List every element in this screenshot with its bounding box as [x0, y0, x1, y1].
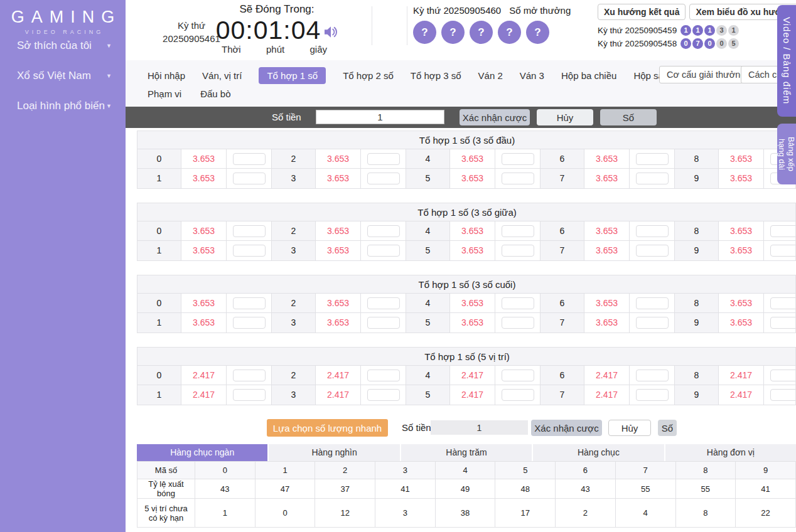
- bet-stake-input[interactable]: [233, 370, 266, 381]
- bet-table-row: 03.65323.65343.65363.65383.653: [137, 149, 796, 169]
- bet-input-cell: [227, 294, 272, 312]
- bet-stake-input[interactable]: [770, 225, 796, 237]
- bet-stake-input[interactable]: [502, 225, 534, 237]
- bet-bar: Số tiền Xác nhận cược Hủy Số: [126, 107, 796, 128]
- bet-stake-input[interactable]: [367, 389, 400, 401]
- bet-stake-input[interactable]: [636, 370, 669, 381]
- bet-table-title: Tổ hợp 1 số (3 số giữa): [137, 203, 796, 221]
- bet-stake-input[interactable]: [502, 317, 534, 329]
- tab-7[interactable]: Ván 3: [520, 70, 544, 81]
- bet-stake-input[interactable]: [502, 153, 534, 165]
- bet-stake-input[interactable]: [367, 245, 400, 257]
- bet-odds-cell: 3.653: [450, 313, 495, 332]
- sidebar-item[interactable]: Sở thích của tôi▼: [0, 38, 126, 54]
- stats-row-label: Tỷ lệ xuất bóng: [137, 479, 195, 499]
- bet-input-cell: [630, 294, 675, 312]
- bet-odds-cell: 3.653: [181, 313, 227, 332]
- tab-3[interactable]: Tổ hợp 1 số: [259, 67, 326, 84]
- bet-stake-input[interactable]: [636, 245, 669, 257]
- bet-stake-input[interactable]: [636, 153, 669, 165]
- bet-stake-input[interactable]: [770, 245, 796, 257]
- bet-stake-input[interactable]: [770, 297, 796, 309]
- bet-stake-input[interactable]: [636, 173, 669, 184]
- result-ball: 1: [728, 25, 739, 36]
- bet-stake-input[interactable]: [233, 173, 266, 184]
- bet-stake-input[interactable]: [502, 370, 534, 381]
- quick-cancel-button[interactable]: Hủy: [608, 420, 651, 436]
- bet-stake-input[interactable]: [233, 297, 266, 309]
- bet-number-cell: 9: [675, 169, 719, 188]
- bet-odds-cell: 2.417: [719, 366, 764, 385]
- quick-number-button[interactable]: Số: [658, 420, 677, 436]
- tab-1[interactable]: Hội nhập: [148, 70, 185, 81]
- bet-stake-input[interactable]: [233, 153, 266, 165]
- bet-stake-input[interactable]: [367, 153, 400, 165]
- bet-number-cell: 1: [137, 241, 181, 260]
- stats-tab-4[interactable]: Hàng chục: [533, 444, 665, 461]
- bet-stake-input[interactable]: [770, 370, 796, 381]
- bet-stake-input[interactable]: [367, 225, 400, 237]
- stats-tab-5[interactable]: Hàng đơn vị: [665, 444, 796, 461]
- bet-odds-cell: 3.653: [584, 241, 630, 260]
- speaker-icon[interactable]: [324, 26, 338, 41]
- stats-tab-3[interactable]: Hàng trăm: [401, 444, 533, 461]
- countdown-unit-label: phút: [266, 44, 284, 55]
- tab-4[interactable]: Tổ hợp 2 số: [343, 70, 394, 81]
- number-button[interactable]: Số: [600, 109, 657, 125]
- bet-table: Tổ hợp 1 số (3 số đầu)03.65323.65343.653…: [137, 130, 796, 189]
- cancel-button[interactable]: Hủy: [537, 109, 593, 125]
- bet-odds-cell: 3.653: [719, 169, 764, 188]
- bet-stake-input[interactable]: [233, 245, 266, 257]
- bet-stake-input[interactable]: [367, 317, 400, 329]
- tab-video-scoreboard[interactable]: Video / Bảng điểm: [777, 5, 796, 117]
- bet-stake-input[interactable]: [367, 370, 400, 381]
- prize-structure-button[interactable]: Cơ cấu giải thưởng: [659, 66, 753, 83]
- draw-ball: ?: [413, 21, 436, 44]
- quick-select-button[interactable]: Lựa chọn số lượng nhanh: [267, 419, 388, 437]
- bet-number-cell: 3: [272, 169, 316, 188]
- tab-row2-2[interactable]: Đấu bò: [200, 88, 230, 99]
- stats-value-cell: 55: [615, 479, 675, 499]
- tab-8[interactable]: Hộp ba chiều: [561, 70, 616, 81]
- tab-long-ranking[interactable]: Bảng xếp hạng dài: [777, 124, 796, 184]
- tab-6[interactable]: Ván 2: [478, 70, 503, 81]
- tab-row2-1[interactable]: Phạm vi: [148, 88, 181, 99]
- bet-stake-input[interactable]: [233, 225, 266, 237]
- tab-5[interactable]: Tổ hợp 3 số: [411, 70, 461, 81]
- result-trend-button[interactable]: Xu hướng kết quả: [598, 4, 686, 20]
- bet-stake-input[interactable]: [636, 225, 669, 237]
- bet-stake-input[interactable]: [636, 297, 669, 309]
- stats-tab-2[interactable]: Hàng nghìn: [269, 444, 401, 461]
- bet-stake-input[interactable]: [233, 317, 266, 329]
- bet-stake-input[interactable]: [367, 297, 400, 309]
- tab-2[interactable]: Ván, vị trí: [202, 70, 242, 81]
- bet-stake-input[interactable]: [367, 173, 400, 184]
- quick-amount-input[interactable]: [431, 420, 528, 435]
- bet-stake-input[interactable]: [502, 245, 534, 257]
- bet-number-cell: 2: [272, 294, 316, 312]
- bet-number-cell: 8: [675, 366, 719, 385]
- bet-stake-input[interactable]: [502, 173, 534, 184]
- bet-odds-cell: 3.653: [316, 241, 361, 260]
- bet-stake-input[interactable]: [770, 317, 796, 329]
- bet-stake-input[interactable]: [636, 317, 669, 329]
- bet-input-cell: [630, 149, 675, 168]
- stats-value-cell: 47: [255, 479, 315, 499]
- sidebar-item[interactable]: Xổ số Việt Nam▼: [0, 68, 126, 84]
- result-ball: 0: [680, 38, 691, 49]
- bet-input-cell: [361, 149, 406, 168]
- confirm-bet-button[interactable]: Xác nhận cược: [460, 109, 530, 125]
- quick-confirm-bet-button[interactable]: Xác nhận cược: [531, 420, 602, 436]
- bet-stake-input[interactable]: [233, 389, 266, 401]
- sidebar-item[interactable]: Loại hình phổ biến▼: [0, 98, 126, 114]
- bet-stake-input[interactable]: [636, 389, 669, 401]
- bet-stake-input[interactable]: [770, 389, 796, 401]
- bet-input-cell: [227, 221, 272, 240]
- bet-table-row: 13.65333.65353.65373.65393.653: [137, 241, 796, 260]
- bet-amount-input[interactable]: [316, 110, 444, 124]
- bet-number-cell: 6: [541, 366, 584, 385]
- bet-number-cell: 1: [137, 313, 181, 332]
- bet-stake-input[interactable]: [502, 389, 534, 401]
- stats-tab-1[interactable]: Hàng chục ngàn: [137, 444, 269, 461]
- bet-stake-input[interactable]: [502, 297, 534, 309]
